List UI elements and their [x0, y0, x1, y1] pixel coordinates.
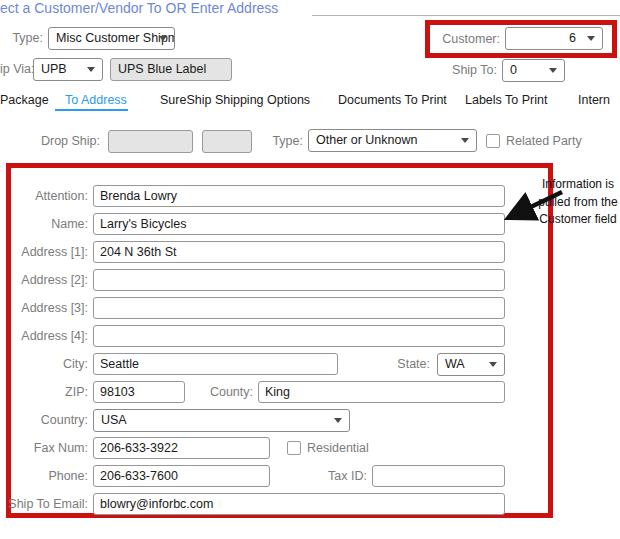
shipment-type-dropdown[interactable]: Misc Customer Shipm: [48, 27, 175, 50]
tab-bar: Package To Address SureShip Shipping Opt…: [0, 92, 620, 112]
annotation-arrow-icon: [498, 186, 570, 226]
tab-documents-to-print[interactable]: Documents To Print: [338, 92, 447, 108]
country-label: Country:: [0, 409, 88, 431]
tab-to-address[interactable]: To Address: [65, 92, 127, 108]
customer-dropdown[interactable]: 6: [505, 27, 603, 50]
fax-label: Fax Num:: [0, 437, 88, 459]
state-label: State:: [385, 353, 430, 375]
ship-via-description-field: UPS Blue Label: [110, 58, 232, 81]
country-dropdown[interactable]: USA: [93, 409, 350, 432]
dropdown-arrow-icon: [549, 68, 557, 73]
drop-ship-label: Drop Ship:: [0, 130, 100, 152]
tab-international[interactable]: Intern: [578, 92, 610, 108]
address-type-label: Type:: [260, 130, 303, 152]
city-label: City:: [0, 353, 88, 375]
tax-id-input[interactable]: [372, 465, 505, 487]
address4-input[interactable]: [93, 325, 505, 347]
ship-to-address-screen: ect a Customer/Vendor To OR Enter Addres…: [0, 0, 620, 539]
shipment-type-value: Misc Customer Shipm: [56, 31, 175, 45]
page-title: ect a Customer/Vendor To OR Enter Addres…: [0, 0, 278, 16]
city-input[interactable]: [93, 353, 338, 375]
attention-input[interactable]: [93, 185, 505, 207]
related-party-checkbox[interactable]: [486, 134, 500, 148]
drop-ship-field-1: [108, 130, 193, 153]
ship-via-dropdown[interactable]: UPB: [33, 58, 103, 81]
tab-labels-to-print[interactable]: Labels To Print: [465, 92, 547, 108]
type-label: Type:: [0, 27, 43, 49]
address1-input[interactable]: [93, 241, 505, 263]
county-label: County:: [205, 381, 253, 403]
address4-label: Address [4]:: [0, 325, 88, 347]
address3-label: Address [3]:: [0, 297, 88, 319]
tab-sureship-shipping-options[interactable]: SureShip Shipping Options: [160, 92, 310, 108]
related-party-label: Related Party: [506, 130, 582, 152]
address3-input[interactable]: [93, 297, 505, 319]
residential-checkbox[interactable]: [287, 441, 301, 455]
customer-value: 6: [569, 31, 576, 45]
ship-to-label: Ship To:: [450, 59, 497, 81]
phone-label: Phone:: [0, 465, 88, 487]
header-divider: [312, 15, 620, 16]
ship-via-code: UPB: [41, 62, 67, 76]
ship-via-label: ip Via:: [0, 58, 30, 80]
phone-input[interactable]: [93, 465, 270, 487]
country-value: USA: [101, 413, 127, 427]
ship-to-value: 0: [510, 63, 517, 77]
dropdown-arrow-icon: [159, 36, 167, 41]
attention-label: Attention:: [0, 185, 88, 207]
dropdown-arrow-icon: [334, 418, 342, 423]
ship-to-email-input[interactable]: [93, 493, 505, 515]
customer-label: Customer:: [438, 28, 500, 50]
ship-to-email-label: Ship To Email:: [0, 493, 88, 515]
active-tab-underline: [55, 109, 128, 111]
address-type-dropdown[interactable]: Other or Unknown: [308, 129, 477, 152]
county-input[interactable]: [258, 381, 505, 403]
zip-input[interactable]: [93, 381, 185, 403]
tab-package[interactable]: Package: [0, 92, 49, 108]
fax-input[interactable]: [93, 437, 270, 459]
address1-label: Address [1]:: [0, 241, 88, 263]
state-value: WA: [445, 357, 465, 371]
dropdown-arrow-icon: [87, 67, 95, 72]
state-dropdown[interactable]: WA: [437, 353, 505, 376]
address2-input[interactable]: [93, 269, 505, 291]
tax-id-label: Tax ID:: [320, 465, 367, 487]
name-label: Name:: [0, 213, 88, 235]
ship-to-dropdown[interactable]: 0: [502, 59, 565, 82]
dropdown-arrow-icon: [587, 36, 595, 41]
name-input[interactable]: [93, 213, 505, 235]
address-type-value: Other or Unknown: [316, 133, 417, 147]
dropdown-arrow-icon: [461, 138, 469, 143]
residential-label: Residential: [307, 437, 369, 459]
address2-label: Address [2]:: [0, 269, 88, 291]
zip-label: ZIP:: [0, 381, 88, 403]
dropdown-arrow-icon: [489, 362, 497, 367]
drop-ship-field-2: [202, 130, 252, 153]
